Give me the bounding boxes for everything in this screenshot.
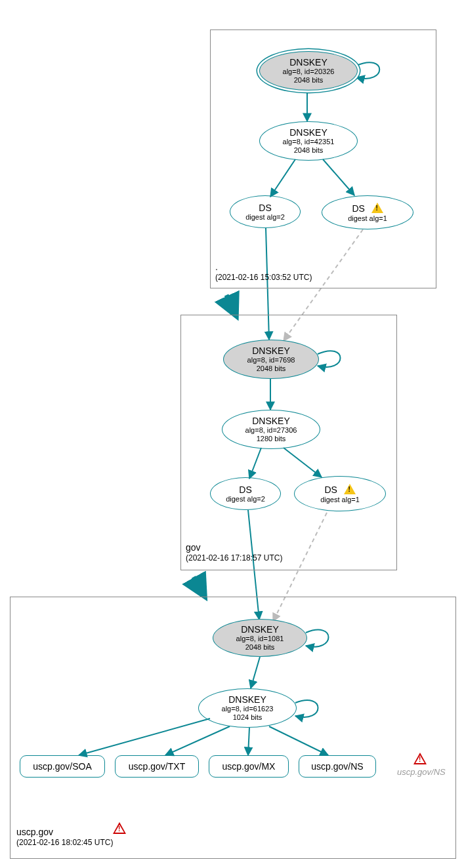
label: DNSKEY	[289, 127, 327, 138]
label: 2048 bits	[294, 146, 324, 155]
zone-gov-ts: (2021-02-16 17:18:57 UTC)	[186, 553, 282, 564]
zone-root-label: . (2021-02-16 15:03:52 UTC)	[215, 261, 312, 283]
node-root-ksk: DNSKEY alg=8, id=20326 2048 bits	[259, 51, 358, 90]
label: alg=8, id=61623	[222, 705, 274, 713]
label: alg=8, id=20326	[283, 68, 335, 76]
node-gov-ksk: DNSKEY alg=8, id=7698 2048 bits	[223, 340, 319, 379]
label: DNSKEY	[228, 694, 266, 705]
zone-gov-title: gov	[186, 542, 282, 553]
error-icon	[413, 753, 427, 764]
label: 2048 bits	[294, 76, 324, 85]
label: 2048 bits	[257, 365, 286, 373]
node-gov-ds1-warn: DS digest alg=1	[294, 476, 386, 511]
zone-uscp-label: uscp.gov (2021-02-16 18:02:45 UTC)	[16, 826, 113, 848]
node-root-ds1-warn: DS digest alg=1	[322, 195, 413, 229]
warning-icon	[344, 484, 356, 494]
zone-gov-label: gov (2021-02-16 17:18:57 UTC)	[186, 542, 282, 564]
node-uscp-ksk: DNSKEY alg=8, id=1081 2048 bits	[213, 619, 307, 657]
label: alg=8, id=1081	[236, 635, 284, 643]
node-gov-zsk: DNSKEY alg=8, id=27306 1280 bits	[222, 410, 320, 449]
label: DS	[239, 484, 251, 495]
label: alg=8, id=7698	[247, 356, 295, 365]
zone-root-ts: (2021-02-16 15:03:52 UTC)	[215, 273, 312, 283]
label: alg=8, id=42351	[283, 138, 335, 146]
rrset-ns-error-label: uscp.gov/NS	[397, 767, 446, 777]
rrset-ns: uscp.gov/NS	[299, 755, 376, 778]
label: DNSKEY	[252, 416, 290, 426]
label: digest alg=1	[320, 496, 360, 504]
label: DNSKEY	[241, 624, 279, 635]
warning-icon	[371, 203, 383, 213]
label: alg=8, id=27306	[245, 426, 297, 435]
zone-uscp-title: uscp.gov	[16, 826, 113, 838]
label: digest alg=2	[245, 213, 285, 222]
zone-uscp-ts: (2021-02-16 18:02:45 UTC)	[16, 838, 113, 848]
rrset-mx: uscp.gov/MX	[209, 755, 289, 778]
label: DS	[324, 484, 337, 495]
label: 2048 bits	[245, 643, 275, 652]
node-gov-ds2: DS digest alg=2	[210, 477, 281, 510]
node-uscp-zsk: DNSKEY alg=8, id=61623 1024 bits	[198, 688, 297, 728]
label: DNSKEY	[289, 57, 327, 68]
label: 1280 bits	[257, 435, 286, 443]
label: 1024 bits	[233, 713, 263, 722]
rrset-txt: uscp.gov/TXT	[115, 755, 199, 778]
label: DS	[352, 203, 364, 214]
error-icon	[113, 822, 126, 834]
rrset-soa: uscp.gov/SOA	[20, 755, 105, 778]
label: digest alg=1	[348, 214, 387, 223]
node-root-zsk: DNSKEY alg=8, id=42351 2048 bits	[259, 121, 358, 161]
label: DNSKEY	[252, 345, 290, 356]
node-root-ds2: DS digest alg=2	[230, 195, 301, 228]
label: digest alg=2	[226, 495, 265, 503]
zone-root-title: .	[215, 261, 312, 273]
label: DS	[259, 203, 271, 213]
